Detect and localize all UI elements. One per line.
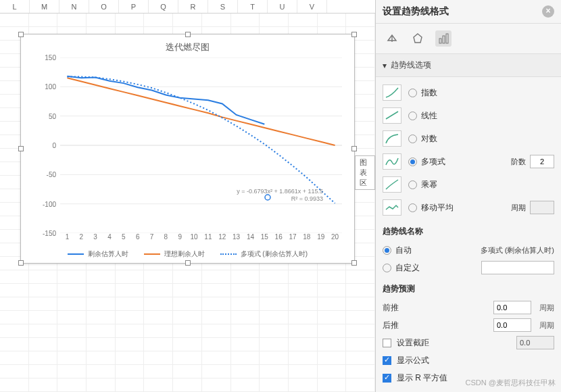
polynomial-thumb-icon [383,153,401,170]
set-intercept-label: 设置截距 [397,337,429,349]
forward-input[interactable] [493,301,531,314]
show-equation-label: 显示公式 [397,355,429,366]
chevron-down-icon: ▾ [383,61,387,70]
chart-legend[interactable]: 剩余估算人时 理想剩余人时 多项式 (剩余估算人时) [33,249,342,259]
linear-thumb-icon [383,107,401,124]
resize-handle[interactable] [185,32,191,37]
logarithmic-thumb-icon [383,130,401,147]
order-label: 阶数 [511,157,526,167]
chart-title[interactable]: 迭代燃尽图 [33,41,342,53]
trendline-options-tab-icon[interactable] [435,30,452,47]
resize-handle[interactable] [351,146,357,151]
period-input[interactable] [530,201,554,214]
moving-average-thumb-icon [383,199,401,216]
effects-tab-icon[interactable] [410,30,426,47]
x-axis-ticks: 1234567891011121314151617181920 [60,233,342,244]
resize-handle[interactable] [351,32,357,37]
trendline-name-header: 趋势线名称 [383,226,554,237]
resize-handle[interactable] [18,260,24,266]
trendline-equation: y = -0.6793x² + 1.8661x + 115.5 R² = 0.9… [237,188,323,203]
backward-unit: 周期 [539,320,554,330]
plot-area[interactable]: 150100500-50-100-150 1234567891011121314… [33,57,342,233]
name-auto-radio[interactable]: 自动 [383,245,412,256]
backward-label: 后推 [383,320,399,331]
forecast-header: 趋势预测 [383,283,554,295]
spreadsheet-area[interactable]: LMNOPQRSTUV 迭代燃尽图 150100500-50-100-150 1… [0,0,375,392]
svg-rect-10 [443,36,445,43]
close-icon[interactable]: × [542,5,554,18]
embedded-chart[interactable]: 迭代燃尽图 150100500-50-100-150 1234567891011… [20,34,355,264]
exponential-thumb-icon [383,84,401,101]
fill-line-tab-icon[interactable] [384,30,400,47]
trendline-type-logarithmic[interactable]: 对数 [408,133,554,145]
intercept-input [516,336,554,349]
forward-label: 前推 [383,302,399,314]
show-equation-checkbox[interactable] [383,356,391,365]
svg-rect-9 [439,39,441,43]
forward-unit: 周期 [539,303,554,313]
backward-input[interactable] [493,318,531,332]
y-axis-ticks: 150100500-50-100-150 [33,57,59,233]
trendline-type-polynomial[interactable]: 多项式 [408,156,504,168]
chart-area-tooltip: 图表区 [355,155,375,190]
trendline-type-moving-average[interactable]: 移动平均 [408,202,504,214]
format-tabs [376,24,561,54]
trendline-options-section-header[interactable]: ▾ 趋势线选项 [376,54,561,77]
format-trendline-panel: 设置趋势线格式 × ▾ 趋势线选项 指数 线性 对数 多项式 阶数 [375,0,561,392]
set-intercept-checkbox[interactable] [383,339,391,347]
show-rsq-label: 显示 R 平方值 [397,372,447,384]
svg-point-7 [265,195,270,200]
period-label: 周期 [511,203,526,213]
order-input[interactable] [530,155,554,168]
resize-handle[interactable] [185,260,191,266]
trendline-type-exponential[interactable]: 指数 [408,87,554,99]
svg-rect-11 [446,34,448,43]
panel-title: 设置趋势线格式 [383,5,449,18]
power-thumb-icon [383,176,401,193]
resize-handle[interactable] [18,32,24,37]
custom-name-input[interactable] [481,261,554,274]
resize-handle[interactable] [351,260,357,266]
svg-marker-8 [414,34,422,43]
trendline-type-power[interactable]: 乘幂 [408,179,554,191]
show-rsq-checkbox[interactable] [383,374,391,383]
name-custom-radio[interactable]: 自定义 [383,262,420,274]
auto-name-value: 多项式 (剩余估算人时) [481,245,554,255]
column-headers: LMNOPQRSTUV [0,0,375,14]
svg-line-12 [386,112,398,119]
resize-handle[interactable] [18,146,24,151]
trendline-type-linear[interactable]: 线性 [408,110,554,122]
